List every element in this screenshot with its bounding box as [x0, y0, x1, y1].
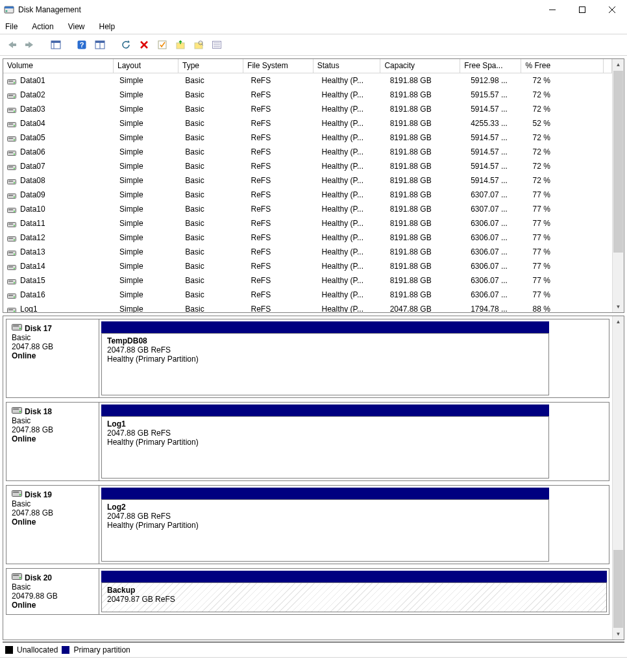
- refresh-button[interactable]: [118, 37, 134, 53]
- partition[interactable]: Log22047.88 GB ReFSHealthy (Primary Part…: [101, 499, 549, 562]
- volume-pctfree: 72 %: [529, 176, 612, 185]
- scroll-up-icon[interactable]: ▲: [613, 316, 624, 327]
- volume-row[interactable]: Data06SimpleBasicReFSHealthy (P...8191.8…: [3, 145, 612, 159]
- col-pctfree[interactable]: % Free: [521, 59, 604, 73]
- help-button[interactable]: ?: [74, 37, 90, 53]
- volume-type: Basic: [181, 205, 247, 214]
- svg-rect-86: [13, 492, 19, 493]
- volume-free: 6306.07 ...: [467, 262, 528, 271]
- scroll-down-icon[interactable]: ▼: [613, 301, 624, 312]
- col-freespace[interactable]: Free Spa...: [460, 59, 521, 73]
- volume-rows: Data01SimpleBasicReFSHealthy (P...8191.8…: [3, 73, 612, 312]
- disk-block[interactable]: Disk 18Basic2047.88 GBOnlineLog12047.88 …: [6, 402, 609, 481]
- svg-rect-62: [8, 238, 13, 239]
- volume-scrollbar[interactable]: ▲ ▼: [612, 59, 624, 312]
- properties-button[interactable]: [154, 37, 170, 53]
- volume-row[interactable]: Data05SimpleBasicReFSHealthy (P...8191.8…: [3, 131, 612, 145]
- disk-block[interactable]: Disk 20Basic20479.88 GBOnlineBackup20479…: [6, 568, 609, 615]
- partition-status: Healthy (Primary Partition): [107, 355, 543, 364]
- back-button[interactable]: [4, 37, 19, 53]
- svg-point-33: [14, 96, 15, 97]
- menu-action[interactable]: Action: [32, 22, 53, 31]
- volume-row[interactable]: Data01SimpleBasicReFSHealthy (P...8191.8…: [3, 73, 612, 88]
- col-filesystem[interactable]: File System: [243, 59, 314, 73]
- drive-icon: [7, 164, 16, 170]
- volume-status: Healthy (P...: [318, 205, 386, 214]
- action-button-1[interactable]: [173, 37, 188, 53]
- volume-capacity: 8191.88 GB: [386, 105, 467, 114]
- minimize-button[interactable]: [537, 0, 567, 19]
- disk-block[interactable]: Disk 17Basic2047.88 GBOnlineTempDB082047…: [6, 319, 609, 398]
- volume-name: Data11: [20, 219, 45, 228]
- volume-row[interactable]: Data07SimpleBasicReFSHealthy (P...8191.8…: [3, 159, 612, 173]
- volume-capacity: 8191.88 GB: [386, 247, 467, 256]
- volume-row[interactable]: Data15SimpleBasicReFSHealthy (P...8191.8…: [3, 273, 612, 288]
- volume-row[interactable]: Log1SimpleBasicReFSHealthy (P...2047.88 …: [3, 302, 612, 312]
- forward-button[interactable]: [22, 37, 38, 53]
- volume-fs: ReFS: [247, 305, 318, 312]
- volume-free: 4255.33 ...: [467, 119, 528, 128]
- disk-type: Basic: [12, 416, 93, 425]
- partition[interactable]: Log12047.88 GB ReFSHealthy (Primary Part…: [101, 416, 549, 479]
- col-type[interactable]: Type: [178, 59, 243, 73]
- col-capacity[interactable]: Capacity: [380, 59, 460, 73]
- volume-name: Data06: [20, 147, 45, 156]
- close-button[interactable]: [597, 0, 627, 19]
- col-status[interactable]: Status: [314, 59, 381, 73]
- svg-rect-47: [8, 166, 13, 168]
- disk-block[interactable]: Disk 19Basic2047.88 GBOnlineLog22047.88 …: [6, 485, 609, 564]
- volume-free: 6306.07 ...: [467, 219, 528, 228]
- statusbar: [0, 657, 627, 672]
- partition[interactable]: TempDB082047.88 GB ReFSHealthy (Primary …: [101, 333, 549, 395]
- disk-scrollbar[interactable]: ▲ ▼: [612, 316, 624, 640]
- settings-button[interactable]: [92, 37, 108, 53]
- volume-row[interactable]: Data09SimpleBasicReFSHealthy (P...8191.8…: [3, 188, 612, 202]
- volume-row[interactable]: Data12SimpleBasicReFSHealthy (P...8191.8…: [3, 230, 612, 245]
- disk-icon: [12, 490, 22, 497]
- disk-name: Disk 19: [25, 490, 52, 499]
- svg-rect-65: [8, 252, 13, 253]
- disk-info: Disk 20Basic20479.88 GBOnline: [6, 569, 99, 614]
- partition[interactable]: Backup20479.87 GB ReFS: [101, 582, 607, 612]
- partition-desc: 20479.87 GB ReFS: [107, 595, 601, 604]
- volume-type: Basic: [181, 133, 247, 142]
- col-volume[interactable]: Volume: [3, 59, 114, 73]
- volume-name: Data05: [20, 133, 45, 142]
- svg-point-36: [14, 110, 15, 112]
- volume-layout: Simple: [116, 205, 181, 214]
- svg-rect-68: [8, 266, 13, 268]
- scroll-down-icon[interactable]: ▼: [613, 628, 624, 640]
- list-button[interactable]: [209, 37, 225, 53]
- volume-row[interactable]: Data04SimpleBasicReFSHealthy (P...8191.8…: [3, 116, 612, 131]
- svg-rect-38: [8, 123, 13, 125]
- volume-fs: ReFS: [247, 262, 318, 271]
- menu-help[interactable]: Help: [99, 22, 116, 31]
- volume-row[interactable]: Data16SimpleBasicReFSHealthy (P...8191.8…: [3, 288, 612, 302]
- svg-rect-32: [8, 95, 13, 96]
- volume-row[interactable]: Data03SimpleBasicReFSHealthy (P...8191.8…: [3, 102, 612, 116]
- volume-type: Basic: [181, 76, 247, 85]
- menu-view[interactable]: View: [68, 22, 85, 31]
- volume-name: Data12: [20, 233, 45, 242]
- volume-pctfree: 77 %: [529, 247, 612, 256]
- volume-row[interactable]: Data08SimpleBasicReFSHealthy (P...8191.8…: [3, 173, 612, 188]
- volume-pctfree: 77 %: [529, 290, 612, 299]
- show-hide-console-button[interactable]: [48, 37, 64, 53]
- action-button-2[interactable]: [191, 37, 206, 53]
- volume-row[interactable]: Data14SimpleBasicReFSHealthy (P...8191.8…: [3, 259, 612, 273]
- disk-graph: Backup20479.87 GB ReFS: [99, 569, 609, 614]
- delete-button[interactable]: [136, 37, 152, 53]
- svg-rect-77: [8, 309, 13, 310]
- disk-icon: [12, 573, 22, 580]
- volume-row[interactable]: Data11SimpleBasicReFSHealthy (P...8191.8…: [3, 216, 612, 230]
- legend-swatch-primary: [62, 646, 69, 654]
- volume-row[interactable]: Data13SimpleBasicReFSHealthy (P...8191.8…: [3, 245, 612, 259]
- volume-name: Data04: [20, 119, 45, 128]
- menu-file[interactable]: File: [5, 22, 18, 31]
- volume-type: Basic: [181, 90, 247, 99]
- volume-row[interactable]: Data02SimpleBasicReFSHealthy (P...8191.8…: [3, 88, 612, 102]
- maximize-button[interactable]: [567, 0, 597, 19]
- volume-row[interactable]: Data10SimpleBasicReFSHealthy (P...8191.8…: [3, 202, 612, 216]
- col-layout[interactable]: Layout: [114, 59, 178, 73]
- scroll-up-icon[interactable]: ▲: [613, 59, 624, 70]
